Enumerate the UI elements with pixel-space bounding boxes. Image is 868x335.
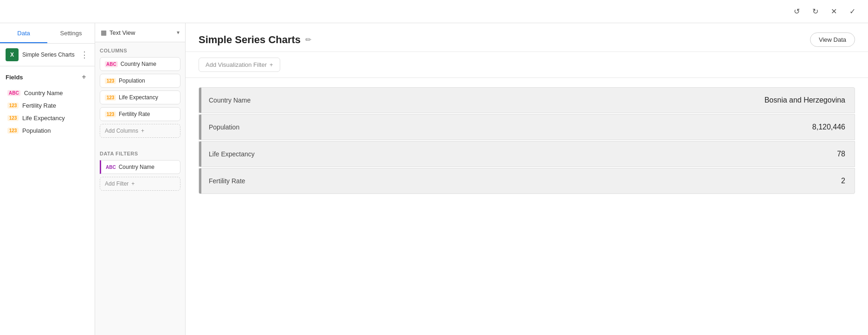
column-fertility-rate[interactable]: 123 Fertility Rate — [100, 107, 180, 121]
field-item-population[interactable]: 123 Population — [6, 124, 89, 137]
tab-data[interactable]: Data — [0, 23, 47, 43]
view-label: Text View — [109, 29, 174, 36]
undo-button[interactable]: ↺ — [790, 5, 803, 18]
filter-pill-name: Country Name — [119, 164, 154, 170]
add-columns-label: Add Columns — [105, 128, 138, 134]
more-menu-icon[interactable]: ⋮ — [80, 50, 89, 60]
column-pill-name: Fertility Rate — [119, 111, 150, 117]
filter-country-name[interactable]: ABC Country Name — [100, 160, 180, 174]
tab-settings[interactable]: Settings — [47, 23, 95, 43]
redo-button[interactable]: ↻ — [809, 5, 822, 18]
filter-bar: Add Visualization Filter + — [186, 52, 868, 78]
row-label: Fertility Rate — [201, 172, 832, 190]
row-label: Country Name — [201, 91, 755, 110]
field-item-country-name[interactable]: ABC Country Name — [6, 87, 89, 99]
row-label: Population — [201, 118, 803, 136]
field-label: Life Expectancy — [22, 115, 65, 122]
field-item-fertility-rate[interactable]: 123 Fertility Rate — [6, 99, 89, 112]
source-name: Simple Series Charts — [22, 52, 77, 58]
data-row-country: Country Name Bosnia and Herzegovina — [199, 87, 855, 113]
view-data-button[interactable]: View Data — [810, 32, 855, 47]
column-population[interactable]: 123 Population — [100, 74, 180, 88]
fields-title: Fields — [6, 74, 23, 81]
column-country-name[interactable]: ABC Country Name — [100, 57, 180, 71]
field-item-life-expectancy[interactable]: 123 Life Expectancy — [6, 112, 89, 124]
column-pill-name: Country Name — [121, 61, 156, 67]
column-life-expectancy[interactable]: 123 Life Expectancy — [100, 90, 180, 104]
field-type-123: 123 — [7, 103, 19, 109]
fields-section: Fields + ABC Country Name 123 Fertility … — [0, 66, 95, 335]
add-field-button[interactable]: + — [79, 72, 89, 82]
column-type-123: 123 — [105, 78, 116, 84]
field-type-abc: ABC — [7, 90, 20, 96]
data-row-fertility-rate: Fertility Rate 2 — [199, 168, 855, 194]
text-view-icon: ▦ — [101, 29, 107, 36]
field-label: Population — [22, 127, 51, 134]
confirm-button[interactable]: ✓ — [846, 5, 859, 18]
add-filter-button[interactable]: Add Filter + — [100, 177, 180, 191]
chevron-down-icon: ▾ — [177, 29, 180, 36]
column-type-abc: ABC — [105, 61, 118, 67]
column-type-123: 123 — [105, 95, 116, 101]
field-label: Country Name — [24, 90, 63, 97]
excel-icon: X — [6, 48, 19, 61]
content-area: Simple Series Charts ✏ View Data Add Vis… — [186, 23, 868, 335]
row-label: Life Expectancy — [201, 145, 828, 163]
column-pill-name: Population — [119, 77, 145, 84]
row-value: 8,120,446 — [803, 117, 855, 137]
add-visualization-filter-button[interactable]: Add Visualization Filter + — [199, 58, 280, 72]
field-type-123: 123 — [7, 115, 19, 121]
data-row-life-expectancy: Life Expectancy 78 — [199, 141, 855, 167]
row-value: Bosnia and Herzegovina — [755, 90, 855, 110]
row-value: 78 — [828, 144, 855, 164]
data-filters-section: DATA FILTERS ABC Country Name Add Filter… — [95, 151, 185, 196]
main-layout: Data Settings X Simple Series Charts ⋮ F… — [0, 23, 868, 335]
plus-icon: + — [131, 180, 135, 187]
column-pill-name: Life Expectancy — [119, 94, 158, 101]
middle-panel: ▦ Text View ▾ COLUMNS ABC Country Name 1… — [95, 23, 186, 335]
content-header: Simple Series Charts ✏ View Data — [186, 23, 868, 52]
field-type-123: 123 — [7, 128, 19, 134]
filters-label: DATA FILTERS — [100, 151, 180, 156]
source-bar: X Simple Series Charts ⋮ — [0, 44, 95, 66]
column-type-123: 123 — [105, 111, 116, 117]
close-button[interactable]: ✕ — [827, 5, 840, 18]
data-table: Country Name Bosnia and Herzegovina Popu… — [186, 78, 868, 335]
add-columns-button[interactable]: Add Columns + — [100, 124, 180, 138]
row-value: 2 — [832, 171, 855, 191]
add-filter-label: Add Filter — [105, 180, 129, 187]
columns-label: COLUMNS — [100, 48, 180, 53]
columns-section: COLUMNS ABC Country Name 123 Population … — [95, 42, 185, 151]
add-viz-filter-icon: + — [270, 61, 273, 68]
add-viz-filter-label: Add Visualization Filter — [206, 61, 267, 68]
add-columns-icon: + — [141, 128, 144, 134]
data-row-population: Population 8,120,446 — [199, 114, 855, 140]
filter-type-icon: ABC — [106, 165, 116, 170]
field-label: Fertility Rate — [22, 102, 56, 109]
view-selector[interactable]: ▦ Text View ▾ — [95, 23, 185, 42]
fields-header: Fields + — [6, 72, 89, 82]
left-panel: Data Settings X Simple Series Charts ⋮ F… — [0, 23, 95, 335]
edit-icon[interactable]: ✏ — [305, 35, 311, 44]
page-title: Simple Series Charts — [199, 34, 301, 46]
top-bar: ↺ ↻ ✕ ✓ — [0, 0, 868, 23]
title-area: Simple Series Charts ✏ — [199, 34, 311, 46]
panel-tabs: Data Settings — [0, 23, 95, 44]
